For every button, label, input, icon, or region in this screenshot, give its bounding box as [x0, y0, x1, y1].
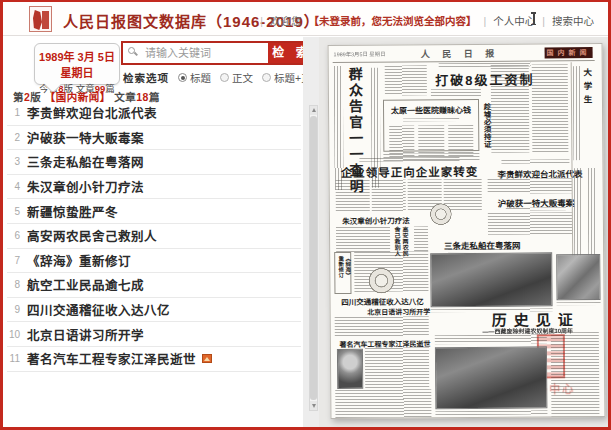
sim-text-block — [336, 227, 390, 253]
sim-text-block — [501, 159, 569, 164]
header: 人民日报图文数据库（1946-2019） | 欢迎您 【未登录前，您无法浏览全部… — [3, 2, 608, 36]
news-photo — [337, 349, 363, 389]
news-photo — [556, 254, 600, 300]
scroll-up-icon — [312, 108, 316, 112]
sim-text-block — [335, 316, 429, 337]
sim-text-block — [435, 334, 547, 344]
scroll-down-button[interactable] — [310, 401, 317, 410]
article-title: 三条走私船在粤落网 — [27, 152, 144, 171]
article-row[interactable]: 4朱汉章创小针刀疗法 — [7, 175, 301, 200]
article-title: 沪破获一特大贩毒案 — [27, 128, 144, 147]
scroll-up-button[interactable] — [310, 106, 317, 115]
news-photo — [435, 346, 547, 409]
headline-vertical-student: 大学生 — [581, 68, 594, 160]
sim-text-block — [551, 332, 600, 418]
paper-dateline: 1989年3月5日 星期日 — [334, 50, 386, 59]
scrollbar[interactable] — [309, 105, 318, 411]
sim-text-block — [365, 347, 429, 390]
newspaper-viewer[interactable]: 1989年3月5日 星期日 人 民 日 报 国内新闻 群众告官一一查明 打破8级… — [319, 37, 608, 427]
article-title: 北京日语讲习所开学 — [27, 325, 144, 344]
scrollbar-thumb[interactable] — [310, 116, 317, 400]
date-box[interactable]: 1989年 3月 5日 星期日 今日8版 文章99篇 — [34, 43, 120, 85]
image-attachment-icon — [202, 354, 212, 363]
news-photo — [430, 252, 552, 307]
newspaper-page-scan[interactable]: 1989年3月5日 星期日 人 民 日 报 国内新闻 群众告官一一查明 打破8级… — [328, 43, 606, 419]
article-title: 四川交通稽征收入达八亿 — [27, 300, 170, 319]
article-title: 高安两农民舍己救别人 — [27, 226, 157, 245]
header-links: | 欢迎您 【未登录前，您无法浏览全部内容】 | 个人中心 | 搜索中心 — [260, 13, 594, 28]
sim-text-block — [491, 65, 530, 153]
article-row[interactable]: 3三条走私船在粤落网 — [7, 150, 301, 175]
personal-center-link[interactable]: 个人中心 — [493, 13, 535, 28]
article-list: 1李贵鲜欢迎台北派代表 2沪破获一特大贩毒案 3三条走私船在粤落网 4朱汉章创小… — [7, 101, 301, 372]
search-options: 检索选项 标题 正文 标题+正文 — [123, 70, 322, 85]
sim-text-block — [414, 226, 428, 252]
ornament-stamp — [368, 268, 394, 294]
divider: | — [260, 15, 263, 27]
article-title: 朱汉章创小针刀疗法 — [27, 177, 144, 196]
sim-vertical-text-block — [588, 168, 597, 264]
radio-body[interactable]: 正文 — [220, 70, 253, 85]
weekday-text: 星期日 — [35, 64, 119, 80]
app-window: 人民日报图文数据库（1946-2019） | 欢迎您 【未登录前，您无法浏览全部… — [0, 0, 611, 430]
sim-text-block — [488, 178, 572, 194]
headline-hospital: 太原一些医院赚昧心钱 — [384, 104, 478, 116]
article-title: 著名汽车工程专家江泽民逝世 — [27, 349, 196, 368]
search-icon — [128, 47, 138, 57]
sim-text-block — [532, 64, 569, 152]
radio-dot-icon — [262, 73, 271, 82]
sim-text-block — [506, 207, 566, 210]
headline-beijing: 北京日语讲习所开学 — [363, 306, 435, 317]
article-row[interactable]: 1李贵鲜欢迎台北派代表 — [7, 101, 301, 126]
search-center-link[interactable]: 搜索中心 — [552, 13, 594, 28]
date-text: 1989年 3月 5日 — [35, 48, 119, 64]
site-logo-icon[interactable] — [29, 6, 52, 32]
headline-needle: 朱汉章创小针刀疗法 — [334, 214, 418, 226]
article-title: 航空工业民品逾七成 — [27, 275, 144, 294]
article-row[interactable]: 11著名汽车工程专家江泽民逝世 — [7, 347, 301, 372]
divider: | — [542, 15, 545, 27]
ornament-stamp — [430, 203, 452, 225]
sim-vertical-text-block — [574, 168, 583, 264]
boxed-article: 太原一些医院赚昧心钱 — [383, 99, 479, 152]
sim-text-block — [557, 302, 601, 305]
article-title: 新疆惊蛰胜严冬 — [27, 202, 118, 221]
article-row[interactable]: 2沪破获一特大贩毒案 — [7, 126, 301, 151]
sidebar: 1989年 3月 5日 星期日 今日8版 文章99篇 检 索 检索选项 标题 正… — [3, 37, 303, 427]
article-row[interactable]: 9四川交通稽征收入达八亿 — [7, 298, 301, 323]
article-title: 李贵鲜欢迎台北派代表 — [27, 103, 157, 122]
sim-text-block — [435, 410, 547, 415]
sim-text-block — [385, 65, 427, 95]
sim-text-block — [448, 249, 516, 253]
radio-title[interactable]: 标题 — [178, 70, 211, 85]
scroll-down-icon — [312, 404, 316, 408]
paper-masthead: 人 民 日 报 — [421, 47, 500, 61]
article-title: 《辞海》重新修订 — [27, 251, 131, 270]
article-row[interactable]: 7《辞海》重新修订 — [7, 249, 301, 274]
welcome-text: 欢迎您 — [270, 13, 302, 28]
article-row[interactable]: 10北京日语讲习所开学 — [7, 322, 301, 347]
login-notice: 【未登录前，您无法浏览全部内容】 — [309, 13, 477, 28]
headline-sichuan: 四川交通稽征收入达八亿 — [339, 295, 427, 307]
sim-text-block — [488, 212, 572, 235]
headline-leader: 企业领导正向企业家转变 — [335, 163, 483, 180]
search-bar: 检 索 — [121, 41, 318, 65]
paper-section-label: 国内新闻 — [545, 47, 593, 58]
sim-vertical-text-block — [371, 68, 381, 188]
cihai-box: 《辞海》 重新修订 — [334, 252, 351, 294]
sim-vertical-text-block — [573, 66, 582, 160]
sim-vertical-text-block — [334, 66, 344, 190]
scroll-gutter — [303, 37, 319, 427]
sim-text-block — [431, 89, 481, 96]
search-options-label: 检索选项 — [123, 70, 169, 85]
sim-text-block — [335, 389, 431, 418]
article-row[interactable]: 6高安两农民舍己救别人 — [7, 224, 301, 249]
radio-dot-icon — [178, 73, 187, 82]
search-input[interactable] — [123, 43, 268, 63]
radio-dot-icon — [220, 73, 229, 82]
divider: | — [484, 15, 487, 27]
article-row[interactable]: 8航空工业民品逾七成 — [7, 273, 301, 298]
article-row[interactable]: 5新疆惊蛰胜严冬 — [7, 199, 301, 224]
